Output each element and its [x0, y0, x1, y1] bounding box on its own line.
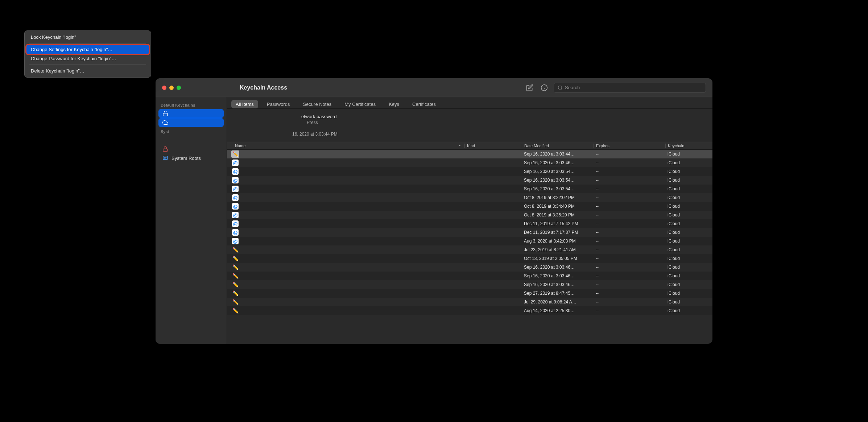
- cell-date-modified: Oct 8, 2019 at 3:22:02 PM: [522, 195, 594, 200]
- note-icon: [231, 281, 239, 288]
- table-row[interactable]: Sep 16, 2020 at 3:03:46…--iCloud: [227, 280, 712, 289]
- cell-keychain: iCloud: [665, 178, 712, 183]
- note-icon: [231, 298, 239, 306]
- cell-expires: --: [594, 204, 665, 209]
- at-icon: [231, 168, 239, 175]
- info-icon[interactable]: [539, 83, 549, 93]
- tab-my-certificates[interactable]: My Certificates: [340, 100, 380, 108]
- search-input[interactable]: [565, 85, 702, 90]
- table-row[interactable]: Sep 16, 2020 at 3:03:54…--iCloud: [227, 185, 712, 193]
- at-icon: [231, 194, 239, 201]
- search-box[interactable]: [554, 83, 706, 93]
- table-row[interactable]: Oct 8, 2019 at 3:22:02 PM--iCloud: [227, 193, 712, 202]
- cell-expires: --: [594, 178, 665, 183]
- table-row[interactable]: Sep 16, 2020 at 3:03:54…--iCloud: [227, 167, 712, 176]
- maximize-button[interactable]: [177, 86, 181, 90]
- table-body: Sep 16, 2020 at 3:03:44…--iCloudSep 16, …: [227, 150, 712, 344]
- sidebar-item-system-hidden[interactable]: [158, 145, 224, 153]
- at-icon: [231, 229, 239, 236]
- table-row[interactable]: Sep 27, 2019 at 8:47:45…--iCloud: [227, 289, 712, 298]
- table-row[interactable]: Sep 16, 2020 at 3:03:54…--iCloud: [227, 176, 712, 185]
- note-icon: [231, 272, 239, 280]
- cell-date-modified: Sep 16, 2020 at 3:03:46…: [522, 160, 594, 165]
- minimize-button[interactable]: [169, 86, 174, 90]
- info-kind: etwork password: [301, 114, 705, 119]
- cell-date-modified: Sep 27, 2019 at 8:47:45…: [522, 291, 594, 296]
- cell-date-modified: Sep 16, 2020 at 3:03:46…: [522, 282, 594, 287]
- cell-expires: --: [594, 247, 665, 252]
- table-row[interactable]: Sep 16, 2020 at 3:03:44…--iCloud: [227, 150, 712, 158]
- svg-rect-7: [163, 149, 168, 151]
- cell-expires: --: [594, 195, 665, 200]
- compose-icon[interactable]: [525, 83, 535, 93]
- at-icon: [231, 159, 239, 166]
- sidebar-item-icloud[interactable]: [158, 118, 224, 127]
- column-expires[interactable]: Expires: [594, 144, 665, 148]
- tab-keys[interactable]: Keys: [384, 100, 404, 108]
- traffic-lights: [162, 86, 181, 90]
- table-row[interactable]: Jul 23, 2019 at 8:21:41 AM--iCloud: [227, 245, 712, 254]
- table-row[interactable]: Aug 3, 2020 at 8:42:03 PM--iCloud: [227, 237, 712, 245]
- close-button[interactable]: [162, 86, 166, 90]
- sidebar-section-default: Default Keychains: [156, 101, 227, 109]
- certificate-icon: [162, 155, 169, 161]
- column-name[interactable]: Name: [227, 144, 464, 148]
- table-row[interactable]: Sep 16, 2020 at 3:03:46…--iCloud: [227, 158, 712, 167]
- table-row[interactable]: Oct 8, 2019 at 3:34:40 PM--iCloud: [227, 202, 712, 211]
- table-row[interactable]: Oct 8, 2019 at 3:35:29 PM--iCloud: [227, 211, 712, 219]
- titlebar: Keychain Access: [156, 78, 712, 97]
- cell-keychain: iCloud: [665, 186, 712, 191]
- note-icon: [231, 290, 239, 297]
- cell-date-modified: Sep 16, 2020 at 3:03:54…: [522, 186, 594, 191]
- unlock-icon: [162, 111, 169, 116]
- cell-expires: --: [594, 299, 665, 305]
- search-icon: [558, 85, 563, 90]
- tab-secure-notes[interactable]: Secure Notes: [298, 100, 336, 108]
- cell-date-modified: Sep 16, 2020 at 3:03:54…: [522, 178, 594, 183]
- cell-date-modified: Aug 3, 2020 at 8:42:03 PM: [522, 239, 594, 244]
- cell-date-modified: Dec 11, 2019 at 7:17:37 PM: [522, 230, 594, 235]
- table-row[interactable]: Jul 29, 2020 at 9:08:24 A…--iCloud: [227, 298, 712, 306]
- cell-keychain: iCloud: [665, 239, 712, 244]
- note-icon: [231, 246, 239, 253]
- note-icon: [231, 307, 239, 314]
- column-date-modified[interactable]: Date Modified: [522, 144, 594, 148]
- cell-keychain: iCloud: [665, 273, 712, 278]
- cell-keychain: iCloud: [665, 195, 712, 200]
- table-row[interactable]: Sep 16, 2020 at 3:03:46…--iCloud: [227, 272, 712, 280]
- column-keychain[interactable]: Keychain: [665, 144, 712, 148]
- window-title: Keychain Access: [240, 84, 287, 91]
- table-row[interactable]: Oct 13, 2019 at 2:05:05 PM--iCloud: [227, 254, 712, 263]
- sidebar-item-label: System Roots: [171, 156, 201, 161]
- table-row[interactable]: Aug 14, 2020 at 2:25:30…--iCloud: [227, 306, 712, 315]
- cell-keychain: iCloud: [665, 247, 712, 252]
- cell-expires: --: [594, 169, 665, 174]
- svg-point-3: [558, 86, 562, 89]
- at-icon: [231, 203, 239, 210]
- sidebar-item-system-roots[interactable]: System Roots: [158, 154, 224, 162]
- info-where: [280, 126, 705, 131]
- info-modified: 16, 2020 at 3:03:44 PM: [292, 132, 705, 137]
- cell-expires: --: [594, 186, 665, 191]
- table-row[interactable]: Sep 16, 2020 at 3:03:46…--iCloud: [227, 263, 712, 272]
- cell-expires: --: [594, 230, 665, 235]
- column-kind[interactable]: Kind: [464, 144, 522, 148]
- cell-keychain: iCloud: [665, 230, 712, 235]
- cell-expires: --: [594, 273, 665, 278]
- table-row[interactable]: Dec 11, 2019 at 7:17:37 PM--iCloud: [227, 228, 712, 237]
- tab-all-items[interactable]: All Items: [231, 100, 258, 108]
- sidebar-item-login[interactable]: [158, 109, 224, 118]
- at-icon: [231, 211, 239, 219]
- info-account: Press: [307, 120, 705, 125]
- cell-date-modified: Oct 8, 2019 at 3:34:40 PM: [522, 204, 594, 209]
- cell-expires: --: [594, 239, 665, 244]
- table-row[interactable]: Dec 11, 2019 at 7:15:42 PM--iCloud: [227, 219, 712, 228]
- tab-passwords[interactable]: Passwords: [263, 100, 294, 108]
- tab-certificates[interactable]: Certificates: [408, 100, 440, 108]
- at-icon: [231, 177, 239, 184]
- cell-expires: --: [594, 221, 665, 226]
- cell-keychain: iCloud: [665, 160, 712, 165]
- cell-keychain: iCloud: [665, 282, 712, 287]
- cell-expires: --: [594, 152, 665, 157]
- sidebar-section-system: Syst: [156, 127, 227, 135]
